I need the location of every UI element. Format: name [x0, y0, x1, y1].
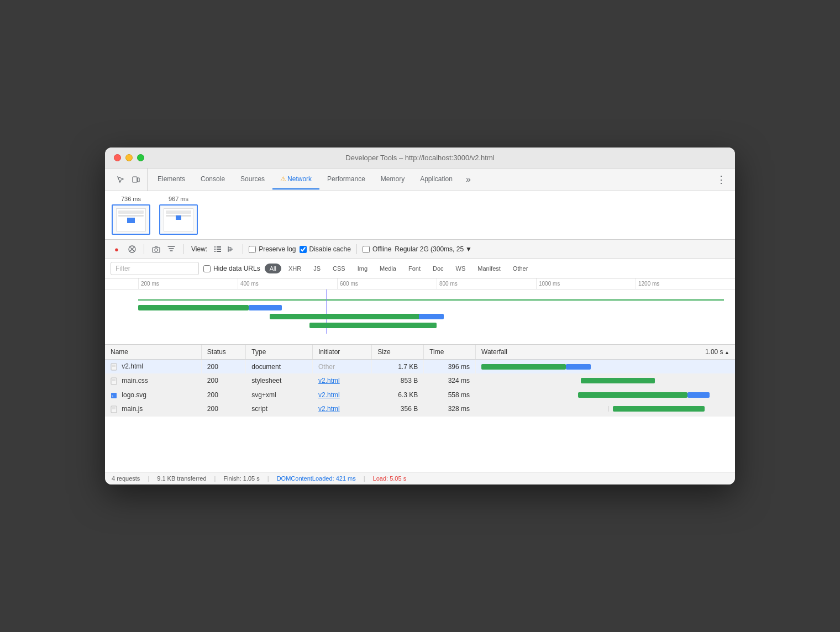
warning-icon: ⚠: [280, 175, 286, 183]
throttle-dropdown[interactable]: Regular 2G (300ms, 25 ▼: [395, 245, 472, 253]
tab-sources[interactable]: Sources: [233, 170, 272, 189]
filter-tag-css[interactable]: CSS: [328, 264, 350, 273]
initiator-link-2[interactable]: v2.html: [318, 391, 340, 399]
offline-group[interactable]: Offline: [363, 245, 391, 253]
th-time[interactable]: Time: [424, 345, 476, 360]
initiator-link-3[interactable]: v2.html: [318, 405, 340, 413]
mini-content-0: [118, 215, 144, 217]
filter-tag-ws[interactable]: WS: [451, 264, 471, 273]
screenshot-content-0: [113, 206, 149, 234]
ruler-mark-5: 1200 ms: [636, 278, 735, 289]
tab-performance[interactable]: Performance: [319, 170, 373, 189]
th-status[interactable]: Status: [201, 345, 245, 360]
view-tree-icon[interactable]: [225, 243, 237, 255]
device-toolbar-icon[interactable]: [129, 173, 143, 186]
cell-waterfall: [476, 360, 735, 374]
finish-time: Finish: 1.05 s: [223, 475, 259, 482]
mini-page-0: [116, 208, 146, 231]
timeline-ruler: 200 ms 400 ms 600 ms 800 ms 1000 ms 1200…: [105, 278, 735, 289]
devtools-menu-button[interactable]: ⋮: [712, 169, 731, 190]
table-row[interactable]: v2.html 200 document Other 1.7 KB 396 ms: [105, 360, 735, 374]
cell-initiator: v2.html: [313, 402, 372, 416]
network-table: Name Status Type Initiator Size Time Wat…: [105, 345, 735, 416]
filter-input[interactable]: [111, 262, 199, 275]
file-icon: [111, 377, 117, 385]
th-name[interactable]: Name: [105, 345, 201, 360]
filter-tag-all[interactable]: All: [265, 264, 281, 273]
screenshot-frame-0[interactable]: [112, 204, 150, 235]
mini-page-1: [164, 208, 193, 231]
preserve-log-checkbox[interactable]: [249, 246, 256, 253]
filter-tag-doc[interactable]: Doc: [428, 264, 449, 273]
requests-count: 4 requests: [112, 475, 140, 482]
cell-size: 356 B: [372, 402, 424, 416]
screenshot-frame-1[interactable]: [159, 204, 198, 235]
tab-memory[interactable]: Memory: [373, 170, 412, 189]
cell-name: v2.html: [105, 360, 201, 374]
waterfall-bars-2: [481, 392, 729, 398]
th-size[interactable]: Size: [372, 345, 424, 360]
filter-tag-js[interactable]: JS: [308, 264, 326, 273]
cell-status: 200: [201, 374, 245, 388]
tab-application[interactable]: Application: [412, 170, 460, 189]
filter-button[interactable]: [165, 243, 177, 255]
svg-rect-13: [111, 364, 117, 370]
svg-rect-10: [217, 249, 221, 250]
inspect-element-icon[interactable]: [114, 173, 127, 186]
mini-header-0: [118, 210, 144, 214]
hide-data-urls-checkbox[interactable]: [203, 265, 211, 272]
disable-cache-group[interactable]: Disable cache: [300, 245, 351, 253]
th-initiator[interactable]: Initiator: [313, 345, 372, 360]
throttle-label: Regular 2G (300ms, 25: [395, 245, 464, 253]
table-empty-space: [105, 417, 735, 472]
more-tabs-button[interactable]: »: [461, 170, 475, 189]
clear-button[interactable]: [126, 243, 138, 255]
table-row[interactable]: main.js 200 script v2.html 356 B 328 ms: [105, 402, 735, 416]
screenshot-item-0[interactable]: 736 ms: [112, 196, 150, 235]
waterfall-bars-0: [481, 364, 729, 370]
file-icon: [111, 405, 117, 413]
cell-initiator: v2.html: [313, 388, 372, 402]
tab-console[interactable]: Console: [193, 170, 233, 189]
filter-tag-font[interactable]: Font: [403, 264, 426, 273]
preserve-log-label: Preserve log: [259, 245, 296, 253]
filter-tag-manifest[interactable]: Manifest: [473, 264, 506, 273]
camera-button[interactable]: [150, 243, 162, 255]
cell-type: stylesheet: [246, 374, 313, 388]
cell-name: S logo.svg: [105, 388, 201, 402]
table-body: v2.html 200 document Other 1.7 KB 396 ms: [105, 360, 735, 416]
hide-data-urls-group[interactable]: Hide data URLs: [203, 265, 260, 272]
record-button[interactable]: ●: [111, 243, 123, 255]
svg-rect-0: [133, 177, 137, 182]
filter-tag-xhr[interactable]: XHR: [284, 264, 306, 273]
filter-tag-other[interactable]: Other: [508, 264, 533, 273]
filter-tag-img[interactable]: Img: [353, 264, 372, 273]
waterfall-header: Waterfall 1.00 s: [481, 348, 729, 356]
offline-checkbox[interactable]: [363, 246, 370, 253]
tab-network[interactable]: ⚠Network: [272, 170, 319, 189]
ruler-mark-1: 400 ms: [238, 278, 337, 289]
mini-blue-0: [127, 218, 135, 223]
th-type[interactable]: Type: [246, 345, 313, 360]
waterfall-bars-1: [481, 377, 729, 384]
preserve-log-group[interactable]: Preserve log: [249, 245, 296, 253]
close-button[interactable]: [114, 154, 121, 161]
screenshot-item-1[interactable]: 967 ms: [159, 196, 198, 235]
table-row[interactable]: S logo.svg 200 svg+xml v2.html 6.3 KB 55…: [105, 388, 735, 402]
svg-rect-11: [214, 251, 216, 252]
cell-time: 328 ms: [424, 402, 476, 416]
view-list-icon[interactable]: [212, 243, 224, 255]
initiator-link-1[interactable]: v2.html: [318, 377, 340, 385]
devtools-tabs: Elements Console Sources ⚠Network Perfor…: [105, 168, 735, 191]
disable-cache-checkbox[interactable]: [300, 246, 307, 253]
table-row[interactable]: main.css 200 stylesheet v2.html 853 B 32…: [105, 374, 735, 388]
th-waterfall[interactable]: Waterfall 1.00 s: [476, 345, 735, 360]
tab-elements[interactable]: Elements: [150, 170, 193, 189]
maximize-button[interactable]: [137, 154, 144, 161]
cell-type: document: [246, 360, 313, 374]
network-table-container[interactable]: Name Status Type Initiator Size Time Wat…: [105, 345, 735, 471]
devtools-window: Developer Tools – http://localhost:3000/…: [105, 148, 735, 484]
minimize-button[interactable]: [125, 154, 133, 161]
filter-tag-media[interactable]: Media: [375, 264, 401, 273]
wf-timeline-row4-green: [309, 323, 437, 328]
